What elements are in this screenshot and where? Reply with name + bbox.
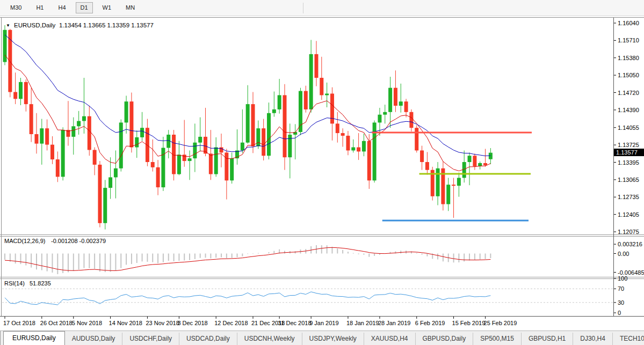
date-axis-label: 18 Jan 2019	[346, 320, 379, 326]
candle	[61, 130, 65, 177]
candle	[288, 135, 292, 157]
candle	[309, 54, 313, 109]
chart-tab-dj30-h4[interactable]: DJ30,H4	[573, 333, 613, 345]
candle	[40, 128, 44, 143]
candle	[3, 30, 7, 62]
candle	[415, 128, 418, 150]
rsi-indicator-name: RSI(14)	[4, 280, 25, 287]
candle	[98, 165, 102, 223]
chart-tab-sp500-m15[interactable]: SP500,M15	[473, 333, 522, 345]
candle	[325, 93, 329, 95]
chart-tab-usdjpy-weekly[interactable]: USDJPY,Weekly	[302, 333, 364, 345]
chart-tab-audusd-daily[interactable]: AUDUSD,Daily	[65, 333, 123, 345]
price-axis-label: 1.13395	[618, 159, 639, 166]
candle	[114, 168, 118, 178]
chart-tab-usdchf-daily[interactable]: USDCHF,Daily	[122, 333, 179, 345]
candle	[45, 128, 49, 144]
candle	[30, 104, 33, 134]
candle	[140, 128, 144, 137]
candle	[71, 126, 75, 137]
macd-indicator-values: -0.001208 -0.002379	[51, 238, 106, 244]
candle	[330, 93, 334, 123]
chart-tab-xauusd-h4[interactable]: XAUUSD,H4	[364, 333, 416, 345]
timeframe-button-m30[interactable]: M30	[5, 2, 26, 13]
chart-ohlc-values: 1.13454 1.13665 1.13359 1.13577	[59, 22, 154, 28]
toolbar-separator	[303, 3, 303, 13]
timeframe-button-mn[interactable]: MN	[121, 2, 140, 13]
chart-tab-bar: EURUSD,DailyAUDUSD,DailyUSDCHF,DailyUSDC…	[0, 331, 644, 345]
chart-symbol-label: EURUSD,Daily	[14, 22, 56, 28]
candle	[19, 82, 23, 99]
candle	[357, 148, 360, 152]
macd-axis-label: 0.003216	[618, 241, 642, 247]
candle	[436, 168, 440, 196]
candle	[119, 122, 123, 168]
candle	[452, 185, 455, 186]
candle	[404, 101, 408, 112]
candle	[34, 134, 38, 144]
candle	[103, 188, 107, 223]
date-axis-label: 3 Dec 2018	[177, 320, 207, 326]
chart-tab-tech100-h[interactable]: TECH100,H	[613, 333, 644, 345]
candle	[468, 156, 472, 162]
candle	[151, 162, 155, 167]
timeframe-button-h1[interactable]: H1	[31, 2, 48, 13]
candle	[314, 54, 318, 78]
candle	[446, 185, 450, 204]
candle	[251, 104, 255, 146]
candle	[135, 137, 139, 148]
chart-tab-usdcad-daily[interactable]: USDCAD,Daily	[179, 333, 237, 345]
chart-window: 1.160401.157101.153801.150501.147201.143…	[0, 16, 644, 331]
rsi-axis-label: 70	[618, 285, 624, 292]
date-axis-label: 6 Feb 2019	[415, 320, 445, 326]
candle	[129, 101, 133, 147]
price-axis-label: 1.13065	[618, 177, 639, 183]
candle	[320, 78, 323, 95]
candle	[183, 155, 186, 161]
candle	[177, 155, 181, 174]
date-axis-label: 5 Nov 2018	[72, 320, 102, 326]
candle	[246, 104, 250, 143]
candle	[156, 167, 160, 187]
timeframe-toolbar: M30H1H4D1W1MN	[0, 0, 644, 16]
date-axis-label: 31 Dec 2018	[278, 320, 311, 326]
candle	[198, 137, 202, 143]
candle	[278, 95, 281, 109]
price-axis-label: 1.16040	[618, 20, 639, 26]
chart-tab-usdcnh-weekly[interactable]: USDCNH,Weekly	[237, 333, 302, 345]
chart-tab-gbpusd-daily[interactable]: GBPUSD,Daily	[416, 333, 474, 345]
candle	[420, 150, 424, 162]
timeframe-button-h4[interactable]: H4	[53, 2, 70, 13]
candle	[241, 143, 244, 151]
macd-indicator-name: MACD(12,26,9)	[4, 238, 45, 244]
chart-background	[0, 16, 644, 331]
candle	[362, 141, 366, 152]
date-axis-label: 14 Nov 2018	[109, 320, 142, 326]
candle	[56, 159, 60, 177]
macd-axis-label: 0.00	[618, 251, 629, 257]
chart-tab-eurusd-daily[interactable]: EURUSD,Daily	[3, 331, 65, 345]
price-axis-label: 1.15380	[618, 55, 639, 61]
date-axis-label: 12 Dec 2018	[214, 320, 248, 326]
date-axis-label: 25 Feb 2019	[484, 320, 517, 326]
chart-title-collapse-icon[interactable]: ▼	[6, 23, 10, 28]
date-axis-label: 9 Jan 2019	[309, 320, 338, 326]
candle	[108, 177, 112, 188]
candle	[93, 150, 97, 164]
candle	[346, 136, 350, 150]
price-chart-canvas[interactable]: 1.160401.157101.153801.150501.147201.143…	[0, 16, 644, 331]
rsi-axis-label: 30	[618, 299, 624, 306]
candle	[457, 178, 461, 186]
candle	[209, 153, 213, 174]
timeframe-button-w1[interactable]: W1	[98, 2, 117, 13]
rsi-indicator-value: 51.8235	[30, 280, 51, 287]
chart-tab-gbpusd-h1[interactable]: GBPUSD,H1	[522, 333, 573, 345]
candle	[341, 133, 345, 136]
timeframe-button-d1[interactable]: D1	[76, 2, 93, 13]
candle	[193, 143, 197, 158]
candle	[77, 121, 81, 126]
macd-axis-label: -0.006485	[618, 269, 644, 276]
candle	[378, 115, 381, 123]
price-axis-label: 1.12735	[618, 194, 639, 200]
price-axis-label: 1.14055	[618, 124, 639, 131]
